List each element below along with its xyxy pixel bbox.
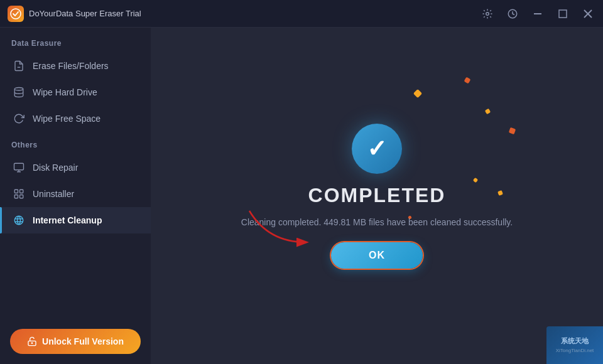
minimize-button[interactable] (530, 6, 545, 21)
maximize-button[interactable] (555, 6, 570, 21)
svg-point-17 (31, 343, 32, 343)
uninstaller-icon (13, 188, 25, 200)
title-bar-controls (480, 6, 595, 21)
completed-panel: COMPLETED Cleaning completed. 449.81 MB … (241, 124, 513, 269)
app-title: DoYourData Super Eraser Trial (29, 9, 141, 18)
history-button[interactable] (505, 6, 520, 21)
disk-repair-label: Disk Repair (33, 163, 78, 173)
ok-btn-wrapper: OK (331, 242, 423, 269)
svg-point-1 (486, 12, 489, 15)
svg-point-14 (14, 216, 23, 225)
settings-button[interactable] (480, 6, 495, 21)
app-logo (8, 6, 24, 22)
unlock-btn-label: Unlock Full Version (42, 336, 124, 346)
ok-button[interactable]: OK (331, 242, 423, 269)
svg-rect-12 (14, 195, 18, 198)
close-button[interactable] (580, 6, 595, 21)
svg-rect-4 (559, 10, 567, 18)
others-label: Others (0, 141, 151, 154)
sidebar-item-internet-cleanup[interactable]: Internet Cleanup (0, 207, 151, 233)
disk-repair-icon (13, 161, 25, 174)
sidebar-item-wipe-hard-drive[interactable]: Wipe Hard Drive (0, 79, 151, 105)
completed-title: COMPLETED (308, 184, 446, 207)
svg-rect-11 (20, 190, 23, 193)
erase-files-label: Erase Files/Folders (33, 61, 109, 71)
completed-message: Cleaning completed. 449.81 MB files have… (241, 217, 513, 227)
wipe-hard-drive-label: Wipe Hard Drive (33, 87, 97, 97)
sidebar-item-wipe-free-space[interactable]: Wipe Free Space (0, 105, 151, 132)
watermark: 系统天地 XiTongTianDi.net (546, 326, 603, 364)
title-bar-left: DoYourData Super Eraser Trial (8, 6, 141, 22)
uninstaller-label: Uninstaller (33, 189, 74, 199)
erase-files-icon (13, 60, 25, 72)
sidebar-item-disk-repair[interactable]: Disk Repair (0, 154, 151, 181)
sidebar-item-uninstaller[interactable]: Uninstaller (0, 181, 151, 207)
svg-rect-9 (14, 163, 24, 170)
sidebar-item-erase-files[interactable]: Erase Files/Folders (0, 53, 151, 79)
main-layout: Data Erasure Erase Files/Folders Wipe Ha… (0, 28, 603, 364)
title-bar: DoYourData Super Eraser Trial (0, 0, 603, 28)
watermark-line1: 系统天地 (556, 336, 594, 346)
wipe-free-space-icon (13, 112, 25, 125)
internet-cleanup-label: Internet Cleanup (33, 215, 102, 225)
sidebar: Data Erasure Erase Files/Folders Wipe Ha… (0, 28, 151, 364)
svg-point-0 (11, 9, 21, 19)
data-erasure-label: Data Erasure (0, 39, 151, 53)
internet-cleanup-icon (13, 214, 25, 227)
svg-point-8 (14, 88, 23, 91)
svg-rect-13 (20, 195, 23, 198)
watermark-line2: XiTongTianDi.net (556, 347, 594, 354)
unlock-btn-container: Unlock Full Version (10, 329, 141, 354)
wipe-free-space-label: Wipe Free Space (33, 114, 100, 124)
check-circle (352, 124, 402, 174)
content-area: COMPLETED Cleaning completed. 449.81 MB … (151, 28, 603, 364)
unlock-full-version-button[interactable]: Unlock Full Version (10, 329, 141, 354)
wipe-hard-drive-icon (13, 86, 25, 99)
svg-rect-10 (14, 190, 18, 193)
